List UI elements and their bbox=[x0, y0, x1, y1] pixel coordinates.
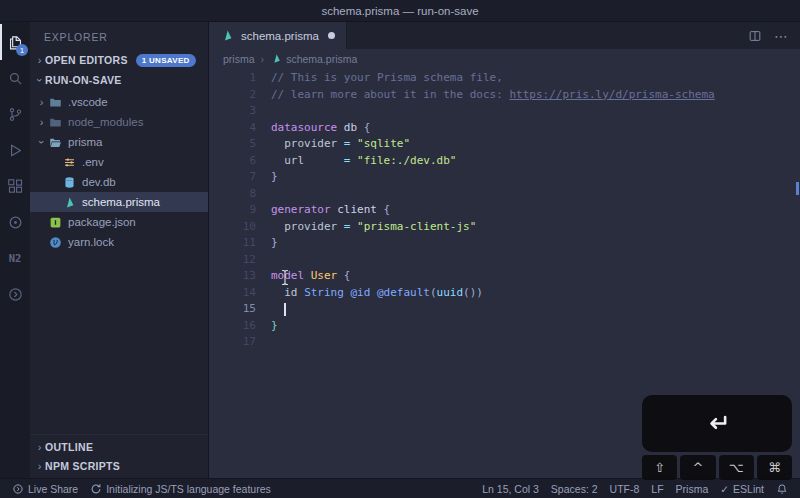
file-label: .env bbox=[82, 156, 104, 168]
run-debug-icon[interactable] bbox=[0, 132, 30, 168]
line-number[interactable]: 17 bbox=[209, 334, 271, 351]
search-icon[interactable] bbox=[0, 60, 30, 96]
code-text[interactable] bbox=[271, 301, 286, 318]
status-bar: Live ShareInitializing JS/TS language fe… bbox=[0, 478, 800, 498]
tab-schema-prisma[interactable]: schema.prisma bbox=[209, 22, 347, 49]
line-number[interactable]: 10 bbox=[209, 219, 271, 236]
tab-bar: schema.prisma ⋯ bbox=[209, 22, 800, 49]
sidebar-section-npm-scripts[interactable]: ›NPM SCRIPTS bbox=[30, 456, 208, 475]
code-line-7[interactable]: 7} bbox=[209, 169, 800, 186]
line-number[interactable]: 9 bbox=[209, 202, 271, 219]
line-number[interactable]: 3 bbox=[209, 103, 271, 120]
code-line-6[interactable]: 6 url = "file:./dev.db" bbox=[209, 153, 800, 170]
code-text[interactable]: generator client { bbox=[271, 202, 390, 219]
tree-item-node_modules[interactable]: ›node_modules bbox=[30, 112, 208, 132]
status-spaces-2[interactable]: Spaces: 2 bbox=[545, 479, 604, 498]
status-ln-15-col-3[interactable]: Ln 15, Col 3 bbox=[476, 479, 545, 498]
open-editors-label: OPEN EDITORS bbox=[45, 54, 128, 66]
prisma-file-icon bbox=[62, 195, 77, 210]
code-line-16[interactable]: 16} bbox=[209, 318, 800, 335]
status-live-share[interactable]: Live Share bbox=[6, 479, 84, 498]
prisma-file-icon bbox=[220, 28, 235, 43]
line-number[interactable]: 4 bbox=[209, 120, 271, 137]
section-label: OUTLINE bbox=[45, 441, 93, 453]
line-number[interactable]: 6 bbox=[209, 153, 271, 170]
tree-item-prisma[interactable]: ›prisma bbox=[30, 132, 208, 152]
code-text[interactable]: url = "file:./dev.db" bbox=[271, 153, 456, 170]
status-eslint[interactable]: ✓ESLint bbox=[714, 479, 770, 498]
code-line-2[interactable]: 2// learn more about it in the docs: htt… bbox=[209, 87, 800, 104]
tree-item-yarn.lock[interactable]: yarn.lock bbox=[30, 232, 208, 252]
code-text[interactable]: // This is your Prisma schema file, bbox=[271, 70, 503, 87]
code-line-1[interactable]: 1// This is your Prisma schema file, bbox=[209, 70, 800, 87]
folder-file-icon bbox=[48, 115, 63, 130]
code-line-10[interactable]: 10 provider = "prisma-client-js" bbox=[209, 219, 800, 236]
code-line-3[interactable]: 3 bbox=[209, 103, 800, 120]
code-text[interactable]: } bbox=[271, 169, 278, 186]
chevron-right-icon: › bbox=[34, 54, 45, 66]
file-label: schema.prisma bbox=[82, 196, 160, 208]
live-share-icon[interactable] bbox=[0, 276, 30, 312]
code-line-17[interactable]: 17 bbox=[209, 334, 800, 351]
tree-item-.vscode[interactable]: ›.vscode bbox=[30, 92, 208, 112]
source-control-icon[interactable] bbox=[0, 96, 30, 132]
tree-item-.env[interactable]: .env bbox=[30, 152, 208, 172]
line-number[interactable]: 8 bbox=[209, 186, 271, 203]
code-line-15[interactable]: 15 bbox=[209, 301, 800, 318]
code-text[interactable]: // learn more about it in the docs: http… bbox=[271, 87, 715, 104]
status-utf-8[interactable]: UTF-8 bbox=[604, 479, 646, 498]
line-number[interactable]: 13 bbox=[209, 268, 271, 285]
line-number[interactable]: 1 bbox=[209, 70, 271, 87]
code-line-5[interactable]: 5 provider = "sqlite" bbox=[209, 136, 800, 153]
status-initializing-js-ts-language-features[interactable]: Initializing JS/TS language features bbox=[84, 479, 277, 498]
code-line-8[interactable]: 8 bbox=[209, 186, 800, 203]
code-line-12[interactable]: 12 bbox=[209, 252, 800, 269]
status-right: Ln 15, Col 3Spaces: 2UTF-8LFPrisma✓ESLin… bbox=[476, 479, 794, 498]
explorer-icon[interactable]: 1 bbox=[0, 24, 30, 60]
code-text[interactable]: provider = "prisma-client-js" bbox=[271, 219, 476, 236]
code-text[interactable]: provider = "sqlite" bbox=[271, 136, 410, 153]
section-label: NPM SCRIPTS bbox=[45, 460, 120, 472]
code-line-4[interactable]: 4datasource db { bbox=[209, 120, 800, 137]
unsaved-badge: 1 UNSAVED bbox=[136, 54, 196, 67]
circle-extension-icon[interactable] bbox=[0, 204, 30, 240]
open-editors-header[interactable]: › OPEN EDITORS 1 UNSAVED bbox=[30, 50, 208, 70]
code-text[interactable]: model User { bbox=[271, 268, 351, 285]
keystroke-overlay: ⇧^⌥⌘ bbox=[642, 395, 792, 480]
line-number[interactable]: 11 bbox=[209, 235, 271, 252]
code-line-14[interactable]: 14 id String @id @default(uuid()) bbox=[209, 285, 800, 302]
code-text[interactable]: id String @id @default(uuid()) bbox=[271, 285, 483, 302]
line-number[interactable]: 2 bbox=[209, 87, 271, 104]
code-text[interactable]: } bbox=[271, 318, 278, 335]
more-actions-icon[interactable]: ⋯ bbox=[774, 28, 788, 44]
workspace-label: RUN-ON-SAVE bbox=[45, 74, 122, 86]
line-number[interactable]: 15 bbox=[209, 301, 271, 318]
line-number[interactable]: 14 bbox=[209, 285, 271, 302]
line-number[interactable]: 7 bbox=[209, 169, 271, 186]
line-number[interactable]: 12 bbox=[209, 252, 271, 269]
status-bell[interactable] bbox=[770, 479, 794, 498]
tree-item-schema.prisma[interactable]: schema.prisma bbox=[30, 192, 208, 212]
modifier-key: ⌘ bbox=[757, 455, 792, 480]
status-prisma[interactable]: Prisma bbox=[670, 479, 715, 498]
line-number[interactable]: 5 bbox=[209, 136, 271, 153]
code-text[interactable]: datasource db { bbox=[271, 120, 370, 137]
file-label: .vscode bbox=[68, 96, 108, 108]
code-line-11[interactable]: 11} bbox=[209, 235, 800, 252]
code-line-9[interactable]: 9generator client { bbox=[209, 202, 800, 219]
breadcrumb-folder[interactable]: prisma bbox=[223, 53, 255, 65]
breadcrumb-file[interactable]: schema.prisma bbox=[270, 53, 357, 65]
sidebar-section-outline[interactable]: ›OUTLINE bbox=[30, 437, 208, 456]
code-text[interactable]: } bbox=[271, 235, 278, 252]
extensions-icon[interactable] bbox=[0, 168, 30, 204]
modified-dot-icon[interactable] bbox=[328, 32, 335, 39]
tree-item-package.json[interactable]: package.json bbox=[30, 212, 208, 232]
chevron-right-icon: › bbox=[261, 53, 265, 65]
code-line-13[interactable]: 13model User { bbox=[209, 268, 800, 285]
line-number[interactable]: 16 bbox=[209, 318, 271, 335]
status-lf[interactable]: LF bbox=[645, 479, 669, 498]
workspace-header[interactable]: › RUN-ON-SAVE bbox=[30, 70, 208, 90]
split-editor-icon[interactable] bbox=[748, 29, 762, 43]
tree-item-dev.db[interactable]: dev.db bbox=[30, 172, 208, 192]
n2-extension-icon[interactable]: N2 bbox=[0, 240, 30, 276]
